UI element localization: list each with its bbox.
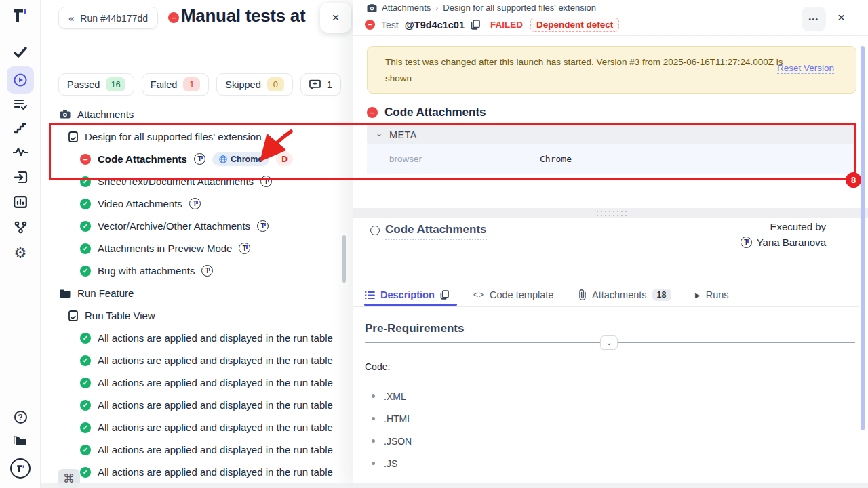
sign-in-nav-icon[interactable] bbox=[0, 171, 41, 184]
dependent-defect-badge[interactable]: Dependent defect bbox=[530, 18, 619, 32]
help-icon[interactable]: ? bbox=[0, 411, 41, 424]
tree-suite-row[interactable]: Design for all supported files' extensio… bbox=[41, 125, 353, 148]
test-owner-icon: T bbox=[239, 243, 250, 254]
meta-row: browserChrome bbox=[367, 144, 856, 174]
list-item: .XML bbox=[372, 385, 412, 407]
tree-item-label: Bug with attachments bbox=[98, 265, 195, 277]
filter-failed[interactable]: Failed1 bbox=[142, 73, 210, 96]
warning-text: This test was changed after this launch … bbox=[385, 54, 785, 87]
breadcrumb-page[interactable]: Design for all supported files' extensio… bbox=[443, 3, 596, 13]
checks-nav-icon[interactable] bbox=[0, 46, 41, 58]
copy-description-icon[interactable] bbox=[440, 290, 449, 300]
collapse-section-button[interactable]: ⌄ bbox=[600, 336, 618, 350]
result-section-header: – Code Attachments bbox=[367, 106, 486, 119]
tree-test-row[interactable]: ✓Attachments in Preview ModeT bbox=[41, 237, 353, 260]
test-owner-icon: T bbox=[257, 220, 269, 232]
attachments-count-badge: 18 bbox=[652, 289, 671, 301]
camera-icon bbox=[367, 4, 377, 12]
tree-item-label: All actions are applied and displayed in… bbox=[98, 399, 333, 411]
list-item: .JSON bbox=[372, 430, 412, 452]
account-avatar[interactable] bbox=[0, 458, 41, 479]
tree-test-row[interactable]: ✓All actions are applied and displayed i… bbox=[41, 327, 353, 349]
browser-tag: Chrome bbox=[212, 152, 269, 166]
tab-code-template[interactable]: <>Code template bbox=[473, 285, 553, 305]
passed-status-icon: ✓ bbox=[80, 176, 91, 187]
analytics-nav-icon[interactable] bbox=[0, 196, 41, 208]
play-icon: ▶ bbox=[695, 291, 701, 299]
projects-icon[interactable] bbox=[0, 435, 41, 447]
tree-test-row[interactable]: ✓All actions are applied and displayed i… bbox=[41, 461, 353, 483]
more-menu-button[interactable]: ••• bbox=[802, 7, 826, 31]
comment-filter-count: 1 bbox=[327, 79, 332, 90]
test-detail-panel: Attachments › Design for all supported f… bbox=[353, 0, 868, 488]
test-status-badge: FAILED bbox=[490, 20, 523, 30]
tab-description[interactable]: Description bbox=[365, 285, 449, 305]
copy-test-id-icon[interactable] bbox=[471, 20, 480, 30]
tree-test-row[interactable]: ✓All actions are applied and displayed i… bbox=[41, 394, 353, 416]
tree-item-label: All actions are applied and displayed in… bbox=[98, 466, 333, 478]
tree-item-label: All actions are applied and displayed in… bbox=[98, 332, 333, 344]
tree-item-label: Attachments bbox=[77, 108, 134, 120]
tree-item-label: Attachments in Preview Mode bbox=[98, 243, 232, 254]
app-sidebar: ⚙ ? bbox=[0, 0, 41, 488]
breadcrumb-section[interactable]: Attachments bbox=[382, 3, 431, 13]
header-divider bbox=[353, 35, 868, 36]
passed-status-icon: ✓ bbox=[80, 422, 91, 433]
tree-test-row[interactable]: ✓Vector/Archive/Other AttachmentsT bbox=[41, 215, 353, 237]
filter-passed[interactable]: Passed16 bbox=[58, 73, 134, 96]
filter-comments[interactable]: 1 bbox=[300, 73, 341, 96]
executor-avatar: T bbox=[741, 237, 752, 248]
test-header: – Test @T9d4c1c01 FAILED Dependent defec… bbox=[365, 18, 619, 32]
close-detail-panel-button[interactable]: × bbox=[837, 10, 845, 25]
branch-nav-icon[interactable] bbox=[0, 221, 41, 234]
camera-icon bbox=[60, 110, 71, 119]
tree-test-row[interactable]: ✓All actions are applied and displayed i… bbox=[41, 416, 353, 439]
filter-skipped[interactable]: Skipped0 bbox=[216, 73, 292, 96]
test-id: @T9d4c1c01 bbox=[405, 20, 465, 30]
tab-label: Runs bbox=[706, 289, 729, 300]
browser-tag-label: Chrome bbox=[231, 155, 262, 164]
code-extension-list: .XML.HTML.JSON.JS bbox=[372, 385, 412, 474]
tree-item-label: Video Attachments bbox=[98, 198, 182, 209]
doc-icon bbox=[68, 310, 78, 321]
tree-test-row[interactable]: ✓Bug with attachmentsT bbox=[41, 260, 353, 282]
tree-test-row[interactable]: ✓Video AttachmentsT bbox=[41, 192, 353, 215]
detail-panel-scrollbar[interactable] bbox=[861, 46, 865, 430]
active-tab-underline bbox=[364, 304, 457, 306]
tree-test-row[interactable]: ✓All actions are applied and displayed i… bbox=[41, 439, 353, 461]
tab-attachments[interactable]: Attachments18 bbox=[578, 285, 671, 305]
tree-test-row[interactable]: ✓All actions are applied and displayed i… bbox=[41, 371, 353, 394]
panel-resize-divider[interactable] bbox=[353, 208, 868, 218]
test-title-link[interactable]: Code Attachments bbox=[385, 223, 487, 240]
tab-runs[interactable]: ▶Runs bbox=[695, 285, 729, 305]
tree-item-label: Run Table View bbox=[85, 310, 155, 321]
meta-collapsible-header[interactable]: ⌄ META bbox=[367, 125, 856, 144]
settings-nav-icon[interactable]: ⚙ bbox=[0, 245, 41, 261]
passed-status-icon: ✓ bbox=[80, 378, 91, 388]
list-item: .HTML bbox=[372, 407, 412, 430]
passed-status-icon: ✓ bbox=[80, 221, 91, 232]
testomat-logo[interactable] bbox=[0, 7, 41, 24]
tree-item-label: Vector/Archive/Other Attachments bbox=[98, 220, 250, 232]
doc-icon bbox=[68, 131, 78, 142]
tree-test-row[interactable]: –Code AttachmentsTChromeD bbox=[41, 148, 353, 170]
steps-nav-icon[interactable] bbox=[0, 123, 41, 134]
tree-test-row[interactable]: ✓Sheet/Text/Document AttachmentsT bbox=[41, 170, 353, 192]
left-panel-scrollbar[interactable] bbox=[342, 235, 346, 283]
test-plans-nav-icon[interactable] bbox=[0, 98, 41, 110]
reset-version-link[interactable]: Reset Version bbox=[777, 63, 834, 74]
tree-test-row[interactable]: ✓All actions are applied and displayed i… bbox=[41, 349, 353, 371]
passed-status-icon: ✓ bbox=[80, 445, 91, 455]
tree-suite-row[interactable]: Attachments bbox=[41, 103, 353, 125]
back-to-run-button[interactable]: « Run #44b177dd bbox=[58, 7, 158, 29]
globe-icon bbox=[219, 155, 227, 163]
drag-handle-icon bbox=[595, 210, 628, 216]
tree-suite-row[interactable]: Run Feature bbox=[41, 282, 353, 304]
breadcrumb-separator-icon: › bbox=[435, 3, 438, 13]
runs-nav-active[interactable] bbox=[7, 66, 34, 94]
tree-suite-row[interactable]: Run Table View bbox=[41, 304, 353, 327]
filter-count-badge: 0 bbox=[267, 77, 284, 92]
passed-status-icon: ✓ bbox=[80, 243, 91, 254]
close-run-panel-button[interactable]: × bbox=[320, 3, 351, 33]
pulse-nav-icon[interactable] bbox=[0, 147, 41, 157]
